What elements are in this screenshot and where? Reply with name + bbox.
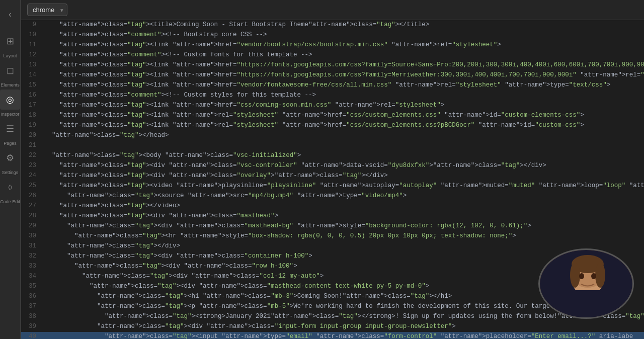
webcam-overlay [538,248,634,319]
code-line-40[interactable]: 40 "attr-name">class="tag"><input "attr-… [21,332,644,339]
code-line-9[interactable]: 9 "attr-name">class="tag"><title>Coming … [21,20,644,30]
properties-panel: masthead › container › row › column › ma… [21,0,21,339]
line-content: "attr-name">class="tag"><link "attr-name… [42,111,584,121]
line-content: "attr-name">class="tag"><title>Coming So… [42,20,429,30]
line-number: 12 [21,50,42,60]
left-sidebar: ‹ ⊞ Layout ◻ Elements ◎ Inspector ☰ Page… [0,0,21,339]
inspector-icon[interactable]: ◎ [0,90,20,110]
line-content: "attr-name">class="tag"><link "attr-name… [42,80,610,91]
code-line-14[interactable]: 14 "attr-name">class="tag"><link "attr-n… [21,70,644,80]
line-number: 33 [21,262,42,272]
line-content: "attr-name">class="tag"><video "attr-nam… [42,181,644,191]
line-content: "attr-name">class="tag"><p "attr-name">c… [42,302,610,312]
line-number: 11 [21,40,42,50]
line-content [42,141,44,151]
browser-select[interactable]: chrome firefox safari [27,4,67,16]
code-line-26[interactable]: 26 "attr-name">class="tag"><source "attr… [21,191,644,201]
line-content: "attr-name">class="comment"><!-- Custom … [42,91,316,101]
line-number: 17 [21,101,42,111]
line-content: "attr-name">class="tag"><source "attr-na… [42,191,407,201]
line-number: 23 [21,161,42,171]
line-content: "attr-name">class="tag"></head> [42,131,169,141]
code-line-25[interactable]: 25 "attr-name">class="tag"><video "attr-… [21,181,644,191]
line-number: 20 [21,131,42,141]
settings-label: Settings [2,170,19,175]
code-line-39[interactable]: 39 "attr-name">class="tag"><div "attr-na… [21,322,644,332]
code-line-20[interactable]: 20 "attr-name">class="tag"></head> [21,131,644,141]
line-number: 29 [21,221,42,231]
line-content: "attr-name">class="tag"><div "attr-name"… [42,282,429,292]
pages-icon[interactable]: ☰ [0,119,20,139]
code-line-17[interactable]: 17 "attr-name">class="tag"><link "attr-n… [21,101,644,111]
line-number: 35 [21,282,42,292]
code-line-30[interactable]: 30 "attr-name">class="tag"><hr "attr-nam… [21,231,644,241]
code-line-16[interactable]: 16 "attr-name">class="comment"><!-- Cust… [21,91,644,101]
line-content: "attr-name">class="tag"><link "attr-name… [42,60,644,70]
code-line-11[interactable]: 11 "attr-name">class="tag"><link "attr-n… [21,40,644,50]
editor-header: chrome firefox safari HTML CSS JS ✕ [21,0,644,20]
line-number: 10 [21,30,42,40]
line-content: "attr-name">class="tag"><div "attr-name"… [42,272,324,282]
back-icon[interactable]: ‹ [0,4,20,24]
code-line-23[interactable]: 23 "attr-name">class="tag"><div "attr-na… [21,161,644,171]
line-number: 15 [21,80,42,91]
svg-point-10 [595,263,605,288]
svg-point-14 [586,279,590,284]
line-number: 34 [21,272,42,282]
elements-label: Elements [1,82,20,88]
line-content: "attr-name">class="tag"><h1 "attr-name">… [42,292,452,302]
line-content: "attr-name">class="tag"><div "attr-name"… [42,322,456,332]
line-number: 36 [21,292,42,302]
line-content: "attr-name">class="tag"><div "attr-name"… [42,211,278,221]
code-line-13[interactable]: 13 "attr-name">class="tag"><link "attr-n… [21,60,644,70]
line-number: 39 [21,322,42,332]
line-number: 25 [21,181,42,191]
svg-point-9 [570,263,580,288]
line-content: "attr-name">class="tag"><div "attr-name"… [42,221,531,231]
line-number: 19 [21,121,42,131]
line-number: 38 [21,312,42,322]
code-line-18[interactable]: 18 "attr-name">class="tag"><link "attr-n… [21,111,644,121]
line-content: "attr-name">class="comment"><!-- Bootstr… [42,30,267,40]
code-edit-label: Code Edit [0,199,20,204]
line-number: 27 [21,201,42,211]
svg-point-12 [579,273,584,279]
browser-select-wrap: chrome firefox safari [27,4,67,16]
line-number: 37 [21,302,42,312]
line-content: "attr-name">class="tag"><div "attr-name"… [42,262,297,272]
line-number: 30 [21,231,42,241]
code-line-27[interactable]: 27 "attr-name">class="tag"></video> [21,201,644,211]
line-number: 18 [21,111,42,121]
code-line-22[interactable]: 22 "attr-name">class="tag"><body "attr-n… [21,151,644,161]
inspector-label: Inspector [1,112,19,117]
line-content: "attr-name">class="tag"></video> [42,201,180,211]
layout-label: Layout [3,53,17,58]
line-content: "attr-name">class="tag"></div> [42,241,180,251]
code-line-12[interactable]: 12 "attr-name">class="comment"><!-- Cust… [21,50,644,60]
line-number: 13 [21,60,42,70]
code-line-24[interactable]: 24 "attr-name">class="tag"><div "attr-na… [21,171,644,181]
line-number: 14 [21,70,42,80]
code-edit-icon[interactable]: ⟨⟩ [0,177,20,197]
webcam-face [540,250,632,317]
svg-point-11 [560,300,615,319]
code-line-10[interactable]: 10 "attr-name">class="comment"><!-- Boot… [21,30,644,40]
line-content: "attr-name">class="tag"><body "attr-name… [42,151,301,161]
line-number: 21 [21,141,42,151]
settings-icon[interactable]: ⚙ [0,148,20,168]
line-number: 24 [21,171,42,181]
elements-icon[interactable]: ◻ [0,60,20,80]
code-line-29[interactable]: 29 "attr-name">class="tag"><div "attr-na… [21,221,644,231]
line-number: 22 [21,151,42,161]
line-content: "attr-name">class="tag"><hr "attr-name">… [42,231,516,241]
line-content: "attr-name">class="tag"><link "attr-name… [42,101,444,111]
code-line-19[interactable]: 19 "attr-name">class="tag"><link "attr-n… [21,121,644,131]
line-content: "attr-name">class="tag"><div "attr-name"… [42,161,546,171]
layout-icon[interactable]: ⊞ [0,31,20,51]
line-content: "attr-name">class="tag"><link "attr-name… [42,70,644,80]
code-line-28[interactable]: 28 "attr-name">class="tag"><div "attr-na… [21,211,644,221]
line-content: "attr-name">class="tag"><div "attr-name"… [42,251,312,262]
breadcrumb: masthead › container › row › column › ma… [21,0,21,141]
code-line-21[interactable]: 21 [21,141,644,151]
code-line-15[interactable]: 15 "attr-name">class="tag"><link "attr-n… [21,80,644,91]
